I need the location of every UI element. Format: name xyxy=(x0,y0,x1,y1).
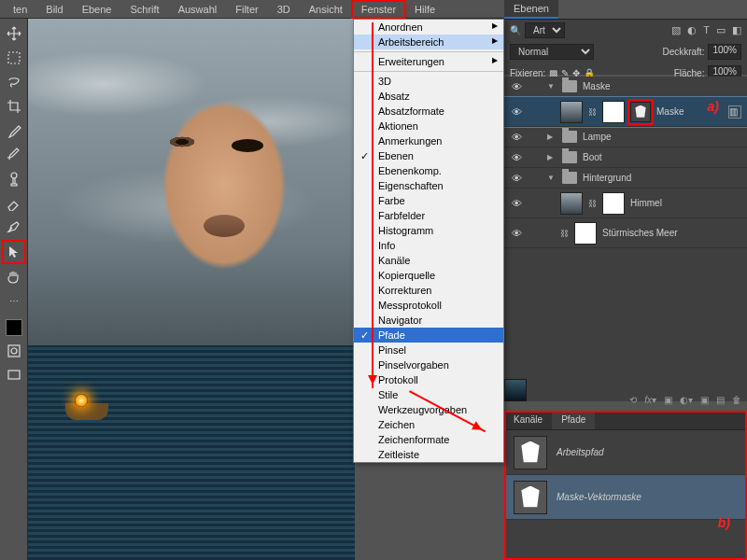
brush-tool[interactable] xyxy=(5,146,23,164)
fold-arrow-icon[interactable]: ▶ xyxy=(547,153,557,161)
link-layers-icon[interactable]: ⟲ xyxy=(629,395,637,405)
layer-mask-thumb[interactable] xyxy=(574,222,597,245)
layer-group-maske[interactable]: 👁▼Maske xyxy=(504,77,747,97)
fold-arrow-icon[interactable]: ▶ xyxy=(547,133,557,141)
move-tool[interactable] xyxy=(5,24,23,43)
eyedropper-tool[interactable] xyxy=(5,121,23,140)
menu-item-farbfelder[interactable]: Farbfelder xyxy=(354,208,503,223)
lasso-tool[interactable] xyxy=(5,73,23,91)
link-icon: ⛓ xyxy=(588,107,597,117)
filter-pixel-icon[interactable]: ▧ xyxy=(671,24,681,36)
blend-mode-select[interactable]: Normal xyxy=(510,44,594,60)
path-selection-tool[interactable] xyxy=(5,243,23,261)
stamp-tool[interactable] xyxy=(5,170,23,189)
visibility-toggle[interactable]: 👁 xyxy=(510,132,523,143)
menu-item-histogramm[interactable]: Histogramm xyxy=(354,223,503,238)
marquee-tool[interactable] xyxy=(5,49,23,67)
path-row-maske-vektormaske[interactable]: Maske-Vektormaske xyxy=(504,475,747,520)
layer-mask-thumb[interactable] xyxy=(602,192,625,215)
layer-filter-select[interactable]: Art xyxy=(525,22,565,38)
layer-thumb xyxy=(560,101,583,123)
menu-item-anmerkungen[interactable]: Anmerkungen xyxy=(354,133,503,148)
menu-item-aktionen[interactable]: Aktionen xyxy=(354,119,503,133)
layer-group-boot[interactable]: 👁▶Boot xyxy=(504,147,747,168)
crop-tool[interactable] xyxy=(5,97,23,116)
new-layer-icon[interactable]: ▤ xyxy=(716,395,725,405)
eraser-tool[interactable] xyxy=(5,194,23,213)
layer-name-label: Hintergrund xyxy=(583,173,631,183)
hand-tool[interactable] xyxy=(5,267,23,286)
menu-3d[interactable]: 3D xyxy=(268,1,300,18)
visibility-toggle[interactable]: 👁 xyxy=(510,81,523,92)
paths-tab-pfade[interactable]: Pfade xyxy=(552,412,595,429)
menu-item-kan-le[interactable]: Kanäle xyxy=(354,253,503,268)
menu-item-eigenschaften[interactable]: Eigenschaften xyxy=(354,178,503,193)
menu-item-pfade[interactable]: Pfade xyxy=(354,328,503,343)
paths-panel: ⟲ fx▾ ▣ ◐▾ ▣ ▤ 🗑 KanälePfade Arbeitspfad… xyxy=(504,411,747,560)
menu-item-kopierquelle[interactable]: Kopierquelle xyxy=(354,268,503,283)
filter-smart-icon[interactable]: ◧ xyxy=(732,24,741,36)
menu-filter[interactable]: Filter xyxy=(226,1,267,18)
screen-mode-toggle[interactable] xyxy=(5,366,23,385)
menu-item-ebenen[interactable]: Ebenen xyxy=(354,148,503,163)
menu-item-messprotokoll[interactable]: Messprotokoll xyxy=(354,298,503,313)
menu-hilfe[interactable]: Hilfe xyxy=(405,1,444,18)
menu-schrift[interactable]: Schrift xyxy=(120,1,168,18)
menu-item-farbe[interactable]: Farbe xyxy=(354,193,503,208)
link-icon: ⛓ xyxy=(560,229,569,238)
menu-item-3d[interactable]: 3D xyxy=(354,74,503,89)
path-row-arbeitspfad[interactable]: Arbeitspfad xyxy=(504,430,747,475)
menu-bild[interactable]: Bild xyxy=(36,1,72,18)
filter-shape-icon[interactable]: ▭ xyxy=(716,24,726,36)
paths-tab-kanäle[interactable]: Kanäle xyxy=(504,412,552,429)
filter-icon: 🔍 xyxy=(510,25,521,35)
layer-group-lampe[interactable]: 👁▶Lampe xyxy=(504,127,747,147)
visibility-toggle[interactable]: 👁 xyxy=(510,228,523,239)
visibility-toggle[interactable]: 👁 xyxy=(510,173,523,184)
menu-item-zeitleiste[interactable]: Zeitleiste xyxy=(354,447,503,462)
dots-tool[interactable]: ⋯ xyxy=(5,291,23,310)
menu-item-absatzformate[interactable]: Absatzformate xyxy=(354,104,503,119)
layer-group-hintergrund[interactable]: 👁▼Hintergrund xyxy=(504,168,747,189)
filter-adjust-icon[interactable]: ◐ xyxy=(687,24,697,36)
menu-ebene[interactable]: Ebene xyxy=(73,1,121,18)
visibility-toggle[interactable]: 👁 xyxy=(510,106,523,118)
visibility-toggle[interactable]: 👁 xyxy=(510,152,523,163)
layers-panel-tab[interactable]: Ebenen xyxy=(504,0,558,19)
menu-ten[interactable]: ten xyxy=(4,1,36,18)
layer-stürmisches-meer[interactable]: 👁⛓Stürmisches Meer xyxy=(504,218,747,248)
menu-item-absatz[interactable]: Absatz xyxy=(354,89,503,104)
mask-icon[interactable]: ▣ xyxy=(664,395,672,405)
quickmask-toggle[interactable] xyxy=(5,342,23,360)
menu-item-navigator[interactable]: Navigator xyxy=(354,313,503,328)
layer-mask-thumb[interactable] xyxy=(602,101,625,123)
fx-icon[interactable]: fx▾ xyxy=(644,395,656,405)
menu-item-info[interactable]: Info xyxy=(354,238,503,253)
trash-icon[interactable]: 🗑 xyxy=(732,395,741,405)
menu-item-arbeitsbereich[interactable]: Arbeitsbereich xyxy=(354,35,503,49)
fold-arrow-icon[interactable]: ▼ xyxy=(547,174,557,182)
menu-ansicht[interactable]: Ansicht xyxy=(300,1,352,18)
filter-type-icon[interactable]: T xyxy=(703,24,710,36)
menu-item-ebenenkomp-[interactable]: Ebenenkomp. xyxy=(354,163,503,178)
menu-item-erweiterungen[interactable]: Erweiterungen xyxy=(354,54,503,69)
layer-himmel[interactable]: 👁⛓Himmel xyxy=(504,189,747,218)
pen-tool[interactable] xyxy=(5,218,23,237)
foreground-color-swatch[interactable] xyxy=(6,319,22,336)
opacity-value[interactable]: 100% xyxy=(708,44,741,60)
group-icon[interactable]: ▣ xyxy=(700,395,709,405)
menu-item-pinselvorgaben[interactable]: Pinselvorgaben xyxy=(354,357,503,372)
menu-auswahl[interactable]: Auswahl xyxy=(169,1,227,18)
menu-item-anordnen[interactable]: Anordnen xyxy=(354,20,503,35)
visibility-toggle[interactable]: 👁 xyxy=(510,198,523,209)
fold-arrow-icon[interactable]: ▼ xyxy=(547,82,557,91)
adjust-icon[interactable]: ◐▾ xyxy=(680,395,693,405)
annotation-label: a) xyxy=(708,99,719,114)
document-canvas[interactable] xyxy=(28,19,355,560)
menu-item-pinsel[interactable]: Pinsel xyxy=(354,343,503,357)
paths-panel-tabs: KanälePfade xyxy=(504,412,747,430)
menu-item-korrekturen[interactable]: Korrekturen xyxy=(354,283,503,298)
menu-fenster[interactable]: Fenster xyxy=(352,1,405,18)
vector-mask-thumb[interactable] xyxy=(630,102,651,122)
menu-item-werkzeugvorgaben[interactable]: Werkzeugvorgaben xyxy=(354,402,503,417)
